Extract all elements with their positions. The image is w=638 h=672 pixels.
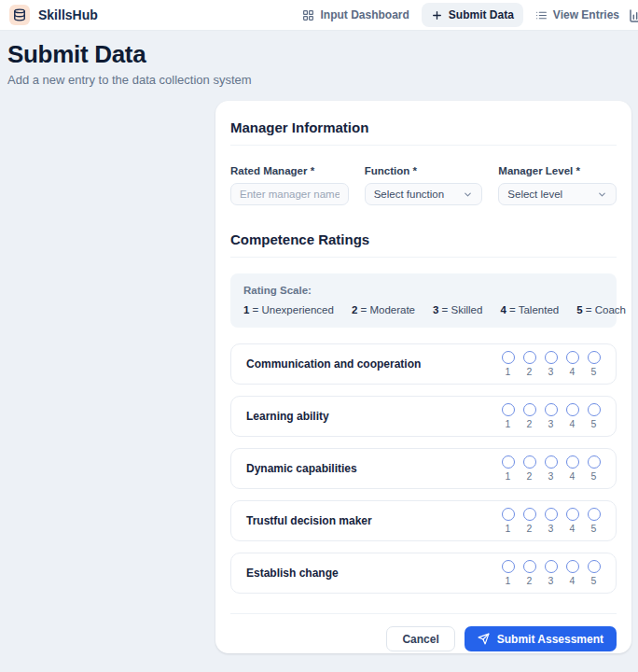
radio-button[interactable] xyxy=(545,455,558,469)
competence-row-establish: Establish change 1 2 3 4 5 xyxy=(230,553,617,594)
radio-button[interactable] xyxy=(566,508,579,521)
function-field-group: Function * Select function xyxy=(365,165,483,205)
scale-item: 4 = Talented xyxy=(500,304,559,315)
competence-name: Dynamic capabilities xyxy=(246,462,357,475)
manager-level-field-group: Manager Level * Select level xyxy=(498,165,617,205)
rating-option-4[interactable]: 4 xyxy=(565,351,579,377)
radio-button[interactable] xyxy=(502,403,515,416)
top-navbar: SkillsHub Input Dashboard Submit Data xyxy=(0,0,638,31)
rating-option-3[interactable]: 3 xyxy=(544,560,558,586)
rating-option-4[interactable]: 4 xyxy=(565,508,579,534)
competence-name: Establish change xyxy=(246,567,339,580)
radio-button[interactable] xyxy=(502,455,515,469)
send-icon xyxy=(478,633,490,645)
rating-option-1[interactable]: 1 xyxy=(501,403,515,429)
app-logo[interactable] xyxy=(9,5,30,25)
radio-button[interactable] xyxy=(588,560,601,573)
rated-manager-field-group: Rated Manager * xyxy=(230,165,349,205)
nav-item-view-entries[interactable]: View Entries xyxy=(526,3,629,27)
competence-row-dynamic: Dynamic capabilities 1 2 3 4 5 xyxy=(230,448,617,489)
rating-option-2[interactable]: 2 xyxy=(522,560,536,586)
competence-row-communication: Communication and cooperation 1 2 3 4 5 xyxy=(230,343,617,385)
rating-option-2[interactable]: 2 xyxy=(522,351,536,377)
rating-scale-title: Rating Scale: xyxy=(243,285,603,296)
radio-button[interactable] xyxy=(523,508,536,521)
radio-button[interactable] xyxy=(523,560,536,573)
page-subtitle: Add a new entry to the data collection s… xyxy=(7,73,252,87)
rating-group: 1 2 3 4 5 xyxy=(501,403,601,429)
radio-button[interactable] xyxy=(566,455,579,469)
app-name: SkillsHub xyxy=(38,7,98,22)
rating-option-3[interactable]: 3 xyxy=(544,403,558,429)
competence-name: Communication and cooperation xyxy=(246,357,421,371)
rating-option-3[interactable]: 3 xyxy=(544,455,558,482)
radio-button[interactable] xyxy=(566,351,579,364)
bar-chart-icon[interactable] xyxy=(629,8,638,27)
rating-option-4[interactable]: 4 xyxy=(565,560,579,586)
scale-item: 1 = Unexperienced xyxy=(243,304,334,315)
rating-option-5[interactable]: 5 xyxy=(587,560,601,586)
rating-option-5[interactable]: 5 xyxy=(587,403,601,429)
rating-option-5[interactable]: 5 xyxy=(587,508,601,534)
cancel-button[interactable]: Cancel xyxy=(386,626,454,651)
radio-button[interactable] xyxy=(545,403,558,416)
rating-option-1[interactable]: 1 xyxy=(501,351,515,377)
competence-row-trustful: Trustful decision maker 1 2 3 4 5 xyxy=(230,500,617,541)
radio-button[interactable] xyxy=(588,351,601,364)
function-label: Function * xyxy=(365,165,483,176)
rating-scale-legend: Rating Scale: 1 = Unexperienced 2 = Mode… xyxy=(230,273,617,328)
submit-form-card: Manager Information Rated Manager * Func… xyxy=(215,101,631,653)
nav-item-label: Submit Data xyxy=(449,8,514,21)
rating-group: 1 2 3 4 5 xyxy=(501,455,601,482)
rating-option-5[interactable]: 5 xyxy=(587,351,601,377)
manager-fields-row: Rated Manager * Function * Select functi… xyxy=(230,165,617,205)
nav-item-submit-data[interactable]: Submit Data xyxy=(422,3,523,27)
radio-button[interactable] xyxy=(588,508,601,521)
radio-button[interactable] xyxy=(545,508,558,521)
rating-option-1[interactable]: 1 xyxy=(501,455,515,482)
submit-assessment-button[interactable]: Submit Assessment xyxy=(465,626,617,651)
chevron-down-icon xyxy=(597,189,607,200)
rating-option-3[interactable]: 3 xyxy=(544,508,558,534)
radio-button[interactable] xyxy=(545,560,558,573)
database-icon xyxy=(13,8,26,21)
form-actions: Cancel Submit Assessment xyxy=(230,613,617,651)
radio-button[interactable] xyxy=(588,403,601,416)
rating-option-4[interactable]: 4 xyxy=(565,403,579,429)
page-title: Submit Data xyxy=(7,40,252,69)
radio-button[interactable] xyxy=(523,351,536,364)
manager-level-select[interactable]: Select level xyxy=(498,183,617,205)
function-select-value: Select function xyxy=(374,189,444,200)
dashboard-grid-icon xyxy=(302,9,314,21)
rating-group: 1 2 3 4 5 xyxy=(501,351,601,377)
rated-manager-input[interactable] xyxy=(230,183,349,205)
page-header: Submit Data Add a new entry to the data … xyxy=(0,31,259,87)
plus-icon xyxy=(431,9,443,21)
function-select[interactable]: Select function xyxy=(365,183,483,205)
rating-option-1[interactable]: 1 xyxy=(501,560,515,586)
rating-option-3[interactable]: 3 xyxy=(544,351,558,377)
radio-button[interactable] xyxy=(566,560,579,573)
rating-group: 1 2 3 4 5 xyxy=(501,508,601,534)
radio-button[interactable] xyxy=(502,560,515,573)
radio-button[interactable] xyxy=(588,455,601,469)
rating-option-2[interactable]: 2 xyxy=(522,508,536,534)
rating-option-1[interactable]: 1 xyxy=(501,508,515,534)
competence-name: Trustful decision maker xyxy=(246,514,372,527)
scale-item: 3 = Skilled xyxy=(433,304,482,315)
nav-tabs: Input Dashboard Submit Data View Entries xyxy=(293,3,629,27)
radio-button[interactable] xyxy=(545,351,558,364)
rating-option-2[interactable]: 2 xyxy=(522,455,536,482)
radio-button[interactable] xyxy=(502,351,515,364)
radio-button[interactable] xyxy=(502,508,515,521)
radio-button[interactable] xyxy=(523,403,536,416)
competence-name: Learning ability xyxy=(246,410,329,423)
radio-button[interactable] xyxy=(566,403,579,416)
rating-option-4[interactable]: 4 xyxy=(565,455,579,482)
competence-row-learning: Learning ability 1 2 3 4 5 xyxy=(230,396,617,437)
chevron-down-icon xyxy=(463,189,473,200)
rating-option-5[interactable]: 5 xyxy=(587,455,601,482)
rating-option-2[interactable]: 2 xyxy=(522,403,536,429)
radio-button[interactable] xyxy=(523,455,536,469)
nav-item-input-dashboard[interactable]: Input Dashboard xyxy=(293,3,418,27)
